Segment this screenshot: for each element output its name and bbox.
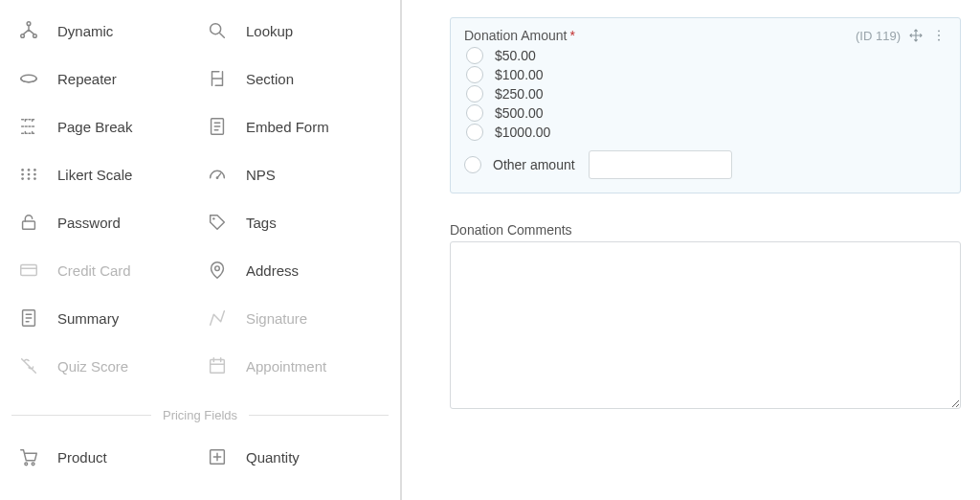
field-label: Lookup: [246, 23, 293, 39]
pagebreak-icon: [17, 115, 40, 138]
move-icon[interactable]: [908, 28, 924, 43]
radio-circle[interactable]: [466, 47, 483, 64]
svg-point-10: [28, 173, 31, 176]
svg-rect-16: [23, 221, 35, 229]
donation-amount-field[interactable]: Donation Amount * (ID 119) $50.00$100.00…: [450, 17, 961, 193]
field-item-repeater[interactable]: Repeater: [11, 57, 200, 100]
svg-point-6: [21, 169, 24, 171]
donation-option[interactable]: $100.00: [466, 66, 947, 83]
svg-point-27: [938, 39, 940, 41]
radio-circle[interactable]: [466, 85, 483, 102]
field-label: Likert Scale: [57, 167, 132, 183]
donation-option-label: $250.00: [495, 86, 544, 102]
svg-point-7: [28, 169, 31, 171]
field-item-product[interactable]: Product: [11, 436, 200, 478]
field-label: Password: [57, 215, 121, 231]
svg-point-9: [21, 173, 24, 176]
radio-circle[interactable]: [466, 104, 483, 122]
donation-comments-textarea[interactable]: [450, 241, 961, 409]
field-label: Product: [57, 449, 107, 466]
donation-option[interactable]: $50.00: [466, 47, 947, 64]
svg-point-13: [28, 177, 31, 180]
pricing-section-title: Pricing Fields: [163, 408, 237, 422]
svg-point-23: [32, 463, 34, 466]
field-item-tags[interactable]: Tags: [200, 201, 389, 243]
svg-point-8: [33, 169, 36, 171]
form-canvas: Donation Amount * (ID 119) $50.00$100.00…: [402, 0, 980, 500]
donation-option-label: $50.00: [495, 48, 536, 63]
radio-circle[interactable]: [466, 66, 483, 83]
section-icon: [206, 67, 229, 90]
field-label: Appointment: [246, 358, 326, 375]
svg-point-26: [938, 34, 940, 36]
field-item-signature: Signature: [200, 297, 389, 339]
field-item-dynamic[interactable]: Dynamic: [11, 10, 200, 52]
field-item-password[interactable]: Password: [11, 201, 200, 243]
field-item-quizscore: Quiz Score: [11, 345, 200, 387]
donation-option[interactable]: $250.00: [466, 85, 947, 102]
field-item-quantity[interactable]: Quantity: [200, 436, 389, 478]
field-label: Embed Form: [246, 119, 329, 135]
donation-comments-field[interactable]: Donation Comments: [450, 222, 961, 412]
donation-amount-label: Donation Amount: [464, 28, 567, 43]
embed-icon: [206, 115, 229, 138]
field-item-likert[interactable]: Likert Scale: [11, 153, 200, 195]
likert-icon: [17, 163, 40, 186]
repeater-icon: [17, 67, 40, 90]
svg-point-11: [33, 173, 36, 176]
field-label: Signature: [246, 310, 307, 327]
svg-point-19: [215, 266, 220, 271]
address-icon: [206, 259, 229, 282]
svg-point-17: [212, 217, 214, 219]
svg-point-22: [25, 463, 28, 466]
dynamic-icon: [17, 19, 40, 42]
signature-icon: [206, 307, 229, 330]
field-item-lookup[interactable]: Lookup: [200, 10, 389, 52]
svg-point-3: [211, 24, 221, 34]
nps-icon: [206, 163, 229, 186]
svg-point-15: [216, 176, 219, 179]
svg-rect-18: [21, 265, 37, 276]
field-item-address[interactable]: Address: [200, 249, 389, 291]
donation-option[interactable]: $1000.00: [466, 124, 947, 141]
field-label: Summary: [57, 310, 119, 327]
pricing-section-divider: Pricing Fields: [11, 408, 389, 422]
donation-option-label: $100.00: [495, 67, 544, 82]
field-id-text: (ID 119): [856, 29, 901, 43]
svg-rect-21: [211, 360, 225, 374]
svg-point-14: [33, 177, 36, 180]
field-label: Dynamic: [57, 23, 113, 39]
donation-option-label: $1000.00: [495, 125, 550, 140]
other-amount-input[interactable]: [589, 150, 732, 179]
field-label: Quiz Score: [57, 358, 128, 375]
field-label: Quantity: [246, 449, 300, 466]
field-item-pagebreak[interactable]: Page Break: [11, 105, 200, 148]
more-icon[interactable]: [931, 28, 947, 43]
field-label: Credit Card: [57, 262, 131, 279]
radio-circle[interactable]: [466, 124, 483, 141]
password-icon: [17, 211, 40, 234]
donation-comments-label: Donation Comments: [450, 222, 961, 238]
field-item-appointment: Appointment: [200, 345, 389, 387]
summary-icon: [17, 307, 40, 330]
creditcard-icon: [17, 259, 40, 282]
appointment-icon: [206, 354, 229, 377]
field-item-nps[interactable]: NPS: [200, 153, 389, 195]
svg-point-25: [938, 30, 940, 32]
field-label: Tags: [246, 215, 277, 231]
lookup-icon: [206, 19, 229, 42]
other-amount-label: Other amount: [493, 157, 575, 172]
field-label: Repeater: [57, 71, 117, 87]
donation-option[interactable]: $500.00: [466, 104, 947, 122]
donation-option-label: $500.00: [495, 105, 544, 121]
svg-point-12: [21, 177, 24, 180]
field-item-creditcard: Credit Card: [11, 249, 200, 291]
tags-icon: [206, 211, 229, 234]
quantity-icon: [206, 445, 229, 468]
field-item-summary[interactable]: Summary: [11, 297, 200, 339]
quizscore-icon: [17, 354, 40, 377]
field-label: NPS: [246, 167, 276, 183]
field-item-embed[interactable]: Embed Form: [200, 105, 389, 148]
field-item-section[interactable]: Section: [200, 57, 389, 100]
radio-other[interactable]: [464, 156, 481, 173]
